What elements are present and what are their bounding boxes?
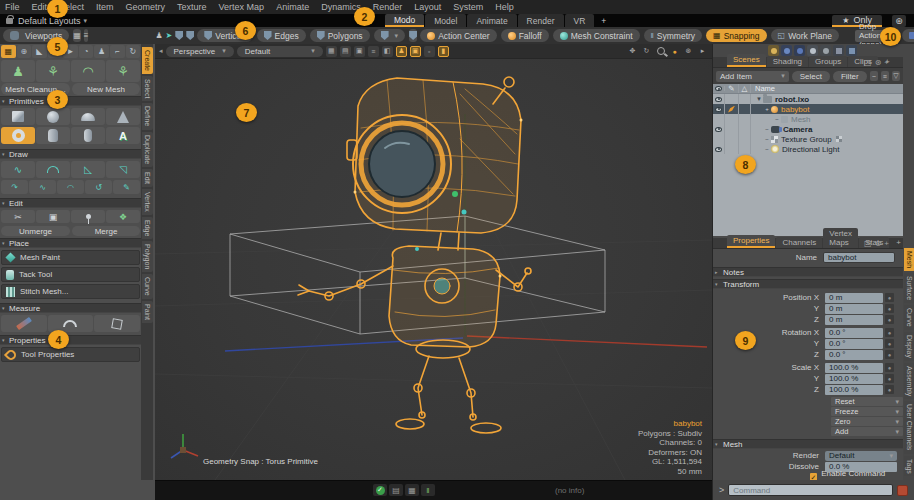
wrench-tool-icon[interactable]: ⌐ — [110, 45, 125, 58]
add-item-icon[interactable] — [846, 45, 857, 56]
rotation-z-field[interactable]: 0.0 ° — [825, 350, 883, 360]
edges-mode-button[interactable]: Edges — [257, 29, 306, 42]
reset-button[interactable]: Reset▾ — [831, 397, 903, 406]
action-center-button[interactable]: Action Center — [420, 29, 497, 42]
clock-tool-icon[interactable]: ◔ — [79, 45, 94, 58]
dome-tool[interactable]: ◠ — [71, 60, 105, 82]
symmetry-button[interactable]: ‖ Symmetry — [644, 29, 703, 42]
side-tab-surface[interactable]: Surface — [904, 273, 914, 303]
filter-button[interactable]: Filter — [833, 71, 867, 82]
list-options-icon[interactable]: ≡ — [881, 71, 889, 81]
sketch-tool-button[interactable]: ◹ — [106, 161, 140, 178]
quad-toggle-icon[interactable]: ◧ — [382, 46, 393, 57]
add-texture-icon[interactable] — [833, 45, 844, 56]
toolbox-tab-paint[interactable]: Paint — [142, 301, 153, 323]
pan-icon[interactable]: ✥ — [627, 46, 638, 57]
wireframe-toggle-icon[interactable]: ▦ — [326, 46, 337, 57]
name-field[interactable]: babybot — [823, 252, 895, 263]
side-tab-assembly[interactable]: Assembly — [904, 363, 914, 399]
select-button[interactable]: Select — [792, 71, 830, 82]
select-paint-icon[interactable] — [186, 29, 194, 42]
gear-icon[interactable]: ⊛ — [875, 58, 882, 67]
position-x-field[interactable]: 0 m — [825, 293, 883, 303]
pen-tool-button[interactable]: ✎ — [113, 180, 140, 194]
expand-icon[interactable]: ▸ — [697, 46, 708, 57]
render-button[interactable]: Render — [902, 29, 914, 42]
cube-primitive-button[interactable] — [1, 108, 35, 125]
channel-icon[interactable]: ● — [885, 339, 894, 348]
channel-icon[interactable]: ● — [885, 315, 894, 324]
eye-icon[interactable] — [715, 127, 722, 132]
gear-icon[interactable]: ⊛ — [875, 239, 882, 248]
tab-channels[interactable]: Channels — [776, 237, 822, 248]
add-mesh-icon[interactable] — [781, 45, 792, 56]
menu-item[interactable]: Item — [96, 2, 114, 12]
eye-icon[interactable] — [715, 107, 722, 112]
printer-icon[interactable]: ▤ — [389, 484, 403, 496]
torus-primitive-button[interactable] — [1, 127, 35, 144]
plus-icon[interactable]: + — [884, 58, 889, 67]
cone-primitive-button[interactable] — [106, 108, 140, 125]
corner-tool-icon[interactable]: ◣ — [32, 45, 47, 58]
shading-style-dropdown[interactable]: Default▾ — [237, 46, 323, 57]
detach-icon[interactable]: ◳ — [864, 58, 872, 67]
preset-icon[interactable] — [768, 45, 779, 56]
add-item-dropdown[interactable]: Add Item▾ — [716, 71, 789, 82]
character-tool-3[interactable]: ⚘ — [106, 60, 140, 82]
toolbox-tab-define[interactable]: Define — [142, 103, 153, 129]
side-tab-curve[interactable]: Curve — [904, 305, 914, 330]
channel-icon[interactable]: ● — [885, 328, 894, 337]
new-mesh-button[interactable]: New Mesh — [72, 83, 140, 95]
filter-funnel-icon[interactable]: ▽ — [892, 71, 900, 81]
item-row-directional-light[interactable]: − Directional Light — [713, 144, 903, 154]
sphere-primitive-button[interactable] — [36, 108, 70, 125]
tab-modo[interactable]: Modo — [385, 14, 424, 27]
rotation-y-field[interactable]: 0.0 ° — [825, 339, 883, 349]
toolbox-tab-duplicate[interactable]: Duplicate — [142, 132, 153, 167]
spiral-tool-button[interactable]: ↺ — [85, 180, 112, 194]
camera-view-dropdown[interactable]: Perspective▾ — [166, 46, 234, 57]
polygons-mode-button[interactable]: Polygons — [310, 29, 370, 42]
place-section-header[interactable]: Place — [0, 238, 141, 248]
merge-button[interactable]: Merge — [72, 226, 140, 236]
toolbox-tab-polygon[interactable]: Polygon — [142, 241, 153, 272]
mesh-paint-item[interactable]: Mesh Paint — [1, 250, 140, 265]
draw-section-header[interactable]: Draw — [0, 149, 141, 159]
polyline-tool-button[interactable]: ◺ — [71, 161, 105, 178]
channel-icon[interactable]: ● — [885, 385, 894, 394]
overlay-toggle-icon[interactable]: ▫ — [424, 46, 435, 57]
ruler-tool-button[interactable] — [1, 315, 47, 332]
item-mode-icon[interactable]: ♟ — [155, 29, 162, 42]
add-instance-icon[interactable] — [794, 45, 805, 56]
tab-shading[interactable]: Shading — [767, 56, 808, 67]
eye-icon[interactable] — [715, 97, 722, 102]
toolbox-tab-edge[interactable]: Edge — [142, 217, 153, 239]
channel-icon[interactable]: ● — [885, 350, 894, 359]
add-tab-button[interactable]: + — [595, 14, 612, 27]
collapse-all-icon[interactable]: − — [870, 71, 878, 81]
tab-model[interactable]: Model — [425, 14, 466, 27]
expand-plus-icon[interactable]: + — [763, 106, 771, 112]
position-z-field[interactable]: 0 m — [825, 315, 883, 325]
bspline-tool-button[interactable]: ∿ — [29, 180, 56, 194]
render-dropdown[interactable]: Default▾ — [825, 451, 897, 461]
tab-properties[interactable]: Properties — [727, 235, 775, 248]
item-row-babybot[interactable]: + babybot — [713, 104, 903, 114]
channel-icon[interactable]: ● — [885, 293, 894, 302]
command-history-button[interactable] — [897, 485, 908, 496]
scale-x-field[interactable]: 100.0 % — [825, 363, 883, 373]
menu-edit[interactable]: Edit — [32, 2, 48, 12]
toolbox-tab-curve[interactable]: Curve — [142, 274, 153, 299]
tab-groups[interactable]: Groups — [809, 56, 847, 67]
matcap-toggle-icon[interactable]: ▣ — [354, 46, 365, 57]
channel-icon[interactable]: ● — [885, 363, 894, 372]
ghost-mode-icon[interactable]: ♟ — [396, 46, 407, 57]
selection-rollover-icon[interactable]: ▮ — [438, 46, 449, 57]
side-tab-user-channels[interactable]: User Channels — [904, 401, 914, 453]
detach-icon[interactable]: ◳ — [864, 239, 872, 248]
menu-system[interactable]: System — [453, 2, 483, 12]
side-tab-mesh[interactable]: Mesh — [904, 248, 914, 271]
layout-preset-dropdown[interactable]: Default Layouts — [18, 16, 81, 26]
channel-icon[interactable]: ● — [885, 304, 894, 313]
text-primitive-button[interactable]: A — [106, 127, 140, 144]
